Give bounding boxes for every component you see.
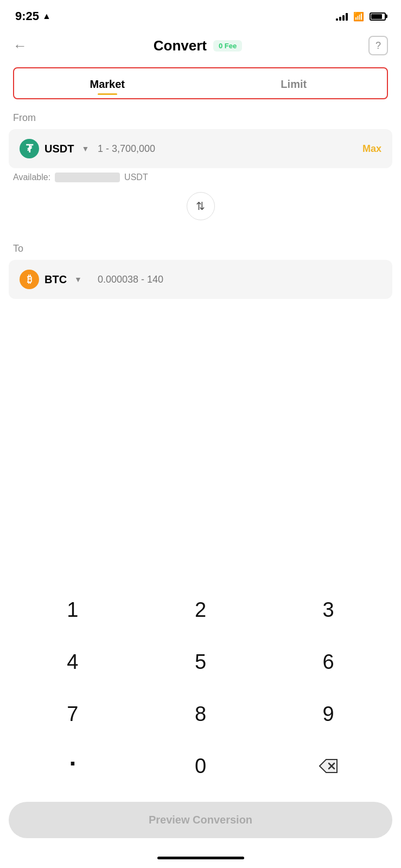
help-button[interactable]: ?	[368, 36, 388, 55]
tab-market[interactable]: Market	[14, 68, 201, 98]
home-bar	[157, 857, 244, 859]
header-center: Convert 0 Fee	[154, 37, 243, 54]
tab-market-label: Market	[90, 78, 125, 90]
swap-button[interactable]: ⇅	[187, 192, 215, 220]
numpad-key-6[interactable]: 6	[264, 636, 392, 688]
to-label: To	[13, 243, 388, 254]
numpad-key-0[interactable]: 0	[137, 740, 265, 792]
available-label: Available:	[13, 173, 50, 182]
swap-icon: ⇅	[196, 200, 205, 213]
to-currency-row: ₿ BTC ▼	[9, 260, 392, 299]
to-amount-input[interactable]	[98, 274, 381, 285]
signal-bar-2	[339, 17, 341, 21]
tab-limit[interactable]: Limit	[201, 68, 387, 98]
home-indicator	[0, 851, 401, 868]
battery-icon	[370, 12, 386, 21]
available-row: Available: USDT	[13, 173, 388, 182]
usdt-icon: ₮	[20, 139, 39, 158]
numpad-key-dot[interactable]: ·	[9, 740, 137, 792]
help-icon: ?	[375, 40, 381, 52]
status-icons: 📶	[336, 11, 386, 22]
swap-container: ⇅	[0, 192, 401, 220]
wifi-icon: 📶	[353, 11, 364, 22]
header: ← Convert 0 Fee ?	[0, 29, 401, 62]
from-currency-row: ₮ USDT ▼ Max	[9, 129, 392, 168]
back-button[interactable]: ←	[13, 37, 27, 54]
backspace-icon	[319, 759, 338, 773]
to-currency-name: BTC	[44, 273, 67, 286]
page-title: Convert	[154, 37, 207, 54]
from-currency-chevron: ▼	[81, 144, 89, 153]
numpad-key-9[interactable]: 9	[264, 688, 392, 740]
to-currency-chevron: ▼	[74, 275, 82, 284]
numpad: 1 2 3 4 5 6 7 8 9 · 0	[0, 584, 401, 792]
numpad-key-1[interactable]: 1	[9, 584, 137, 636]
from-amount-input[interactable]	[98, 143, 362, 155]
to-currency-selector[interactable]: ₿ BTC ▼	[20, 270, 90, 289]
status-time: 9:25 ▲	[15, 9, 51, 23]
tab-limit-label: Limit	[281, 78, 307, 90]
tab-active-indicator	[98, 93, 117, 95]
time-display: 9:25	[15, 9, 39, 23]
numpad-key-3[interactable]: 3	[264, 584, 392, 636]
signal-bar-4	[346, 13, 348, 21]
numpad-key-2[interactable]: 2	[137, 584, 265, 636]
signal-bar-1	[336, 18, 338, 21]
tab-row: Market Limit	[13, 67, 388, 99]
fee-badge: 0 Fee	[213, 40, 242, 52]
signal-bar-3	[342, 15, 345, 21]
max-button[interactable]: Max	[362, 143, 381, 155]
btc-icon: ₿	[20, 270, 39, 289]
numpad-key-7[interactable]: 7	[9, 688, 137, 740]
status-bar: 9:25 ▲ 📶	[0, 0, 401, 29]
available-value-placeholder	[55, 173, 120, 182]
available-currency: USDT	[124, 173, 148, 182]
numpad-grid: 1 2 3 4 5 6 7 8 9 · 0	[9, 584, 392, 792]
location-icon: ▲	[42, 11, 51, 21]
numpad-key-8[interactable]: 8	[137, 688, 265, 740]
numpad-key-5[interactable]: 5	[137, 636, 265, 688]
preview-button[interactable]: Preview Conversion	[9, 802, 392, 838]
numpad-key-backspace[interactable]	[264, 740, 392, 792]
from-currency-name: USDT	[44, 143, 74, 155]
signal-bars	[336, 12, 348, 21]
numpad-key-4[interactable]: 4	[9, 636, 137, 688]
from-currency-selector[interactable]: ₮ USDT ▼	[20, 139, 90, 158]
from-label: From	[13, 112, 388, 124]
battery-fill	[371, 14, 382, 19]
